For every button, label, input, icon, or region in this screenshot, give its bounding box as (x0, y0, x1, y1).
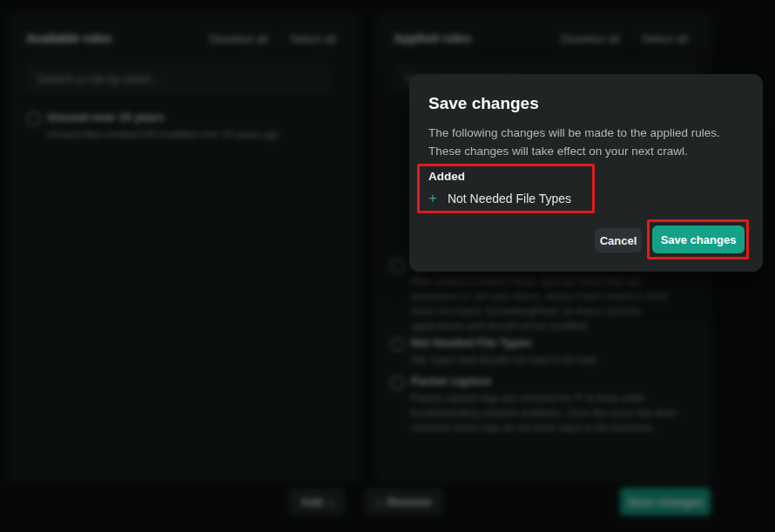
modal-save-changes-button[interactable]: Save changes (652, 226, 745, 253)
added-rule-item: + Not Needed File Types (428, 191, 571, 205)
added-section-label: Added (428, 170, 465, 183)
cancel-button[interactable]: Cancel (595, 228, 642, 253)
app-canvas: Available rules Deselect all Select all … (0, 0, 775, 532)
modal-title: Save changes (428, 94, 539, 113)
added-rule-name: Not Needed File Types (448, 192, 571, 205)
plus-icon: + (428, 191, 437, 205)
modal-body-line2: These changes will take effect on your n… (428, 142, 720, 160)
modal-body-line1: The following changes will be made to th… (428, 124, 720, 142)
save-changes-modal: Save changes The following changes will … (409, 74, 763, 272)
modal-body-text: The following changes will be made to th… (428, 124, 720, 160)
